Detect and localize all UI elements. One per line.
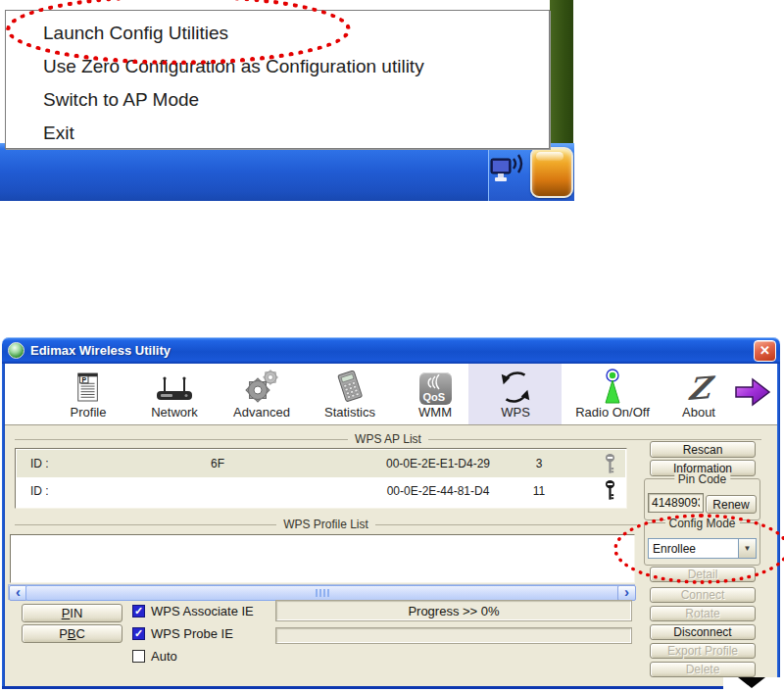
ap-list-row[interactable]: ID : 6F 00-0E-2E-E1-D4-29 3: [17, 450, 625, 477]
toolbar-label: Network: [151, 405, 198, 420]
auto-checkbox[interactable]: [132, 650, 145, 663]
pbc-button[interactable]: PBC: [22, 624, 122, 643]
export-profile-button: Export Profile: [650, 643, 756, 659]
toolbar-item-wmm[interactable]: QoS WMM: [394, 364, 476, 424]
annotation-arrow-down: [738, 677, 765, 688]
toolbar-item-radio-on-off[interactable]: Radio On/Off: [559, 364, 666, 424]
toolbar-item-profile[interactable]: P Profile: [47, 364, 129, 424]
group-label: WPS AP List: [348, 432, 428, 446]
app-icon: [8, 342, 24, 359]
disconnect-button[interactable]: Disconnect: [650, 624, 756, 640]
toolbar-label: WMM: [418, 405, 452, 420]
toolbar-item-about[interactable]: Z About: [658, 364, 740, 424]
tray-context-menu: Launch Config Utilities Use Zero Configu…: [5, 10, 550, 149]
toolbar-label: Advanced: [233, 405, 290, 420]
wps-probe-ie-label: WPS Probe IE: [151, 626, 233, 641]
ap-list-row[interactable]: ID : 00-0E-2E-44-81-D4 11: [17, 477, 625, 505]
toolbar-item-wps[interactable]: WPS: [474, 364, 557, 424]
checkbox-check-icon: ✓: [134, 628, 143, 639]
rotate-button: Rotate: [650, 606, 756, 621]
ap-channel: 11: [521, 484, 557, 498]
calculator-icon: [332, 366, 368, 405]
progress-text: Progress >> 0%: [408, 604, 499, 618]
toolbar-item-advanced[interactable]: Advanced: [220, 364, 303, 424]
toolbar-label: Profile: [71, 405, 107, 420]
auto-label: Auto: [151, 649, 177, 664]
titlebar: Edimax Wireless Utility ✕: [2, 337, 780, 364]
connect-button: Connect: [650, 587, 756, 603]
delete-button: Delete: [650, 662, 756, 677]
toolbar-label: About: [682, 405, 715, 420]
toolbar-label: Statistics: [324, 405, 375, 420]
pin-code-input[interactable]: [648, 493, 704, 513]
ap-channel: 3: [521, 457, 557, 470]
wps-associate-ie-checkbox[interactable]: ✓: [132, 605, 145, 618]
config-mode-value: Enrollee: [649, 542, 738, 556]
brand-z-icon: Z: [688, 366, 710, 405]
profile-document-icon: P: [74, 366, 102, 405]
desktop-background: [550, 0, 573, 143]
tray-wireless-network-icon[interactable]: [490, 149, 523, 194]
menu-item-exit[interactable]: Exit: [6, 117, 549, 150]
next-page-arrow-icon[interactable]: [733, 376, 772, 408]
close-icon: ✕: [760, 343, 770, 358]
scrollbar-right-arrow[interactable]: ›: [617, 585, 636, 601]
progress-bar-secondary: [275, 627, 632, 644]
wps-profile-list-group-header: WPS Profile List: [15, 518, 637, 531]
app-window: Edimax Wireless Utility ✕: [2, 337, 780, 689]
config-mode-legend: Config Mode: [664, 517, 739, 530]
key-icon: [605, 479, 615, 502]
ap-mac: 00-0E-2E-E1-D4-29: [360, 457, 516, 470]
tray-utility-icon-shine: [536, 152, 564, 161]
wps-arrows-icon: [497, 366, 534, 405]
pin-code-legend: Pin Code: [674, 472, 730, 486]
toolbar-label: Radio On/Off: [575, 405, 650, 420]
progress-bar: Progress >> 0%: [275, 600, 632, 621]
renew-button[interactable]: Renew: [706, 495, 757, 514]
close-button[interactable]: ✕: [754, 340, 776, 362]
menu-item-use-zero-configuration[interactable]: Use Zero Configuration as Configuration …: [6, 50, 549, 83]
h-scrollbar[interactable]: ‹ ›: [8, 584, 635, 600]
chevron-right-icon: ›: [624, 583, 629, 600]
gears-icon: [242, 366, 281, 405]
chevron-left-icon: ‹: [16, 583, 21, 600]
chevron-down-icon: ▼: [744, 544, 752, 553]
window-title: Edimax Wireless Utility: [30, 343, 171, 358]
wps-profile-list[interactable]: [10, 534, 635, 583]
rescan-button[interactable]: Rescan: [650, 441, 756, 458]
ap-id-label: ID :: [30, 457, 49, 470]
page: Launch Config Utilities Use Zero Configu…: [0, 0, 784, 692]
network-router-icon: [153, 366, 196, 405]
wps-ap-list: ID : 6F 00-0E-2E-E1-D4-29 3 ID : 00-0E-2…: [15, 448, 627, 509]
toolbar-item-network[interactable]: Network: [133, 364, 216, 424]
scrollbar-grip: [316, 589, 330, 597]
taskbar: [0, 143, 573, 201]
dropdown-button[interactable]: ▼: [738, 539, 756, 558]
wps-associate-ie-label: WPS Associate IE: [151, 604, 254, 618]
toolbar-item-statistics[interactable]: Statistics: [309, 364, 391, 424]
group-label: WPS Profile List: [276, 518, 375, 531]
key-icon: [605, 453, 615, 475]
wps-probe-ie-checkbox[interactable]: ✓: [132, 627, 145, 640]
menu-item-launch-config-utilities[interactable]: Launch Config Utilities: [6, 17, 549, 50]
window-border-bottom: [2, 686, 780, 689]
pin-button[interactable]: PIN: [22, 604, 122, 622]
checkbox-check-icon: ✓: [134, 606, 143, 617]
ap-id-label: ID :: [30, 484, 49, 498]
menu-item-switch-to-ap-mode[interactable]: Switch to AP Mode: [6, 83, 549, 117]
toolbar-label: WPS: [501, 405, 530, 420]
config-mode-select[interactable]: Enrollee ▼: [648, 538, 757, 559]
window-border-right: [777, 364, 780, 686]
profile-p-glyph: P: [81, 376, 86, 383]
scrollbar-thumb[interactable]: [25, 585, 619, 601]
ap-mac: 00-0E-2E-44-81-D4: [360, 484, 516, 498]
radio-antenna-icon: [601, 366, 624, 405]
ap-ssid: 6F: [211, 457, 224, 470]
detail-button: Detail: [650, 567, 756, 582]
qos-icon: QoS: [419, 366, 452, 405]
qos-label: QoS: [423, 391, 446, 403]
tray-utility-icon[interactable]: [530, 147, 573, 198]
